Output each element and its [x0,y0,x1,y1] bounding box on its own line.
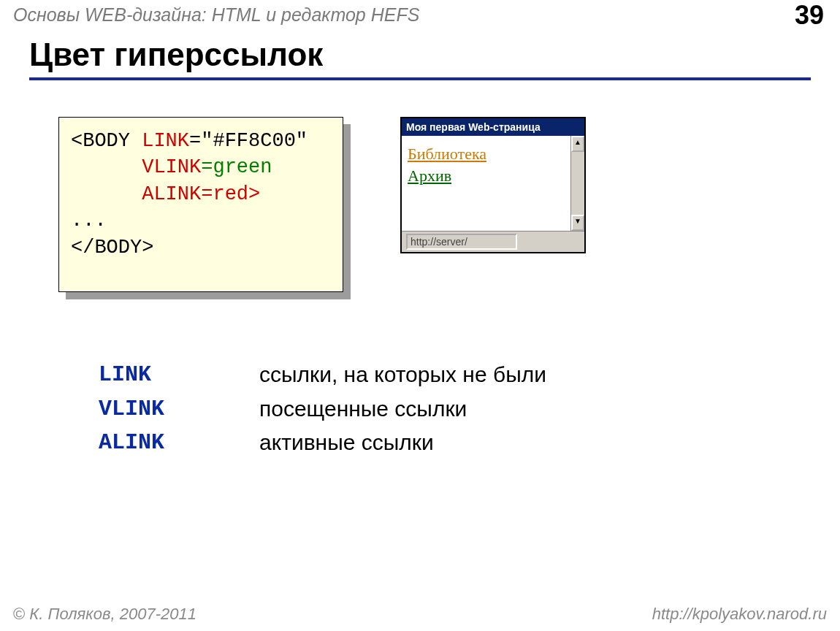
page-number: 39 [795,0,824,31]
footer-author-text: К. Поляков, 2007-2011 [29,605,196,623]
code-value: =green [201,156,272,178]
browser-statusbar: http://server/ [402,231,584,252]
def-row: LINK ссылки, на которых не были [99,358,546,392]
code-attr: LINK [142,130,189,152]
example-visited-link[interactable]: Архив [408,167,451,185]
example-unvisited-link[interactable]: Библиотека [408,145,486,163]
definitions: LINK ссылки, на которых не были VLINK по… [99,358,546,460]
def-term: LINK [99,358,259,392]
def-row: VLINK посещенные ссылки [99,392,546,427]
code-text [71,156,142,178]
browser-window: Моя первая Web-страница Библиотека Архив… [400,117,586,253]
code-text: ="#FF8C00" [189,130,308,152]
browser-body: Библиотека Архив ▲ ▼ [402,136,584,231]
scroll-down-icon[interactable]: ▼ [571,215,584,231]
code-text [71,183,142,205]
code-text: </BODY> [71,237,153,259]
code-block: <BODY LINK="#FF8C00" VLINK=green ALINK=r… [58,117,343,292]
scroll-up-icon[interactable]: ▲ [571,136,584,152]
footer-author: © К. Поляков, 2007-2011 [13,605,196,624]
code-attr: ALINK [142,183,201,205]
code-text: <BODY [71,130,142,152]
def-term: VLINK [99,392,259,427]
code-text: ... [71,210,107,232]
footer: © К. Поляков, 2007-2011 http://kpolyakov… [13,605,827,624]
slide: Основы WEB-дизайна: HTML и редактор HEFS… [0,0,840,631]
browser-titlebar: Моя первая Web-страница [402,118,584,136]
slide-title: Цвет гиперссылок [29,37,811,80]
code-attr: VLINK [142,156,201,178]
status-text: http://server/ [406,234,517,250]
def-term: ALINK [99,426,259,460]
code-value: =red> [201,183,260,205]
def-row: ALINK активные ссылки [99,426,546,460]
footer-url: http://kpolyakov.narod.ru [652,605,827,624]
header-course: Основы WEB-дизайна: HTML и редактор HEFS [13,4,827,26]
def-desc: активные ссылки [259,426,434,460]
browser-content: Библиотека Архив [402,136,570,231]
def-desc: посещенные ссылки [259,392,467,427]
def-desc: ссылки, на которых не были [259,358,546,392]
scrollbar[interactable]: ▲ ▼ [570,136,584,231]
copyright-icon: © [13,605,29,623]
